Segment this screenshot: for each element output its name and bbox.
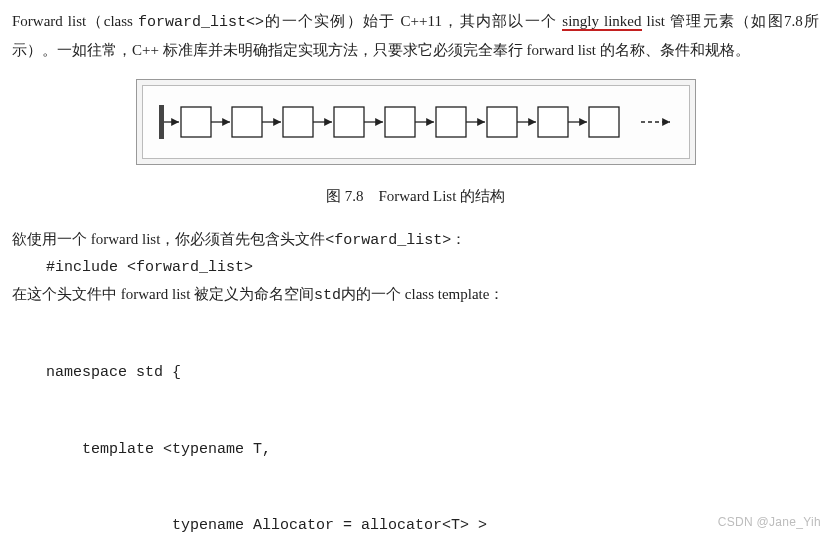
figure-caption: 图 7.8 Forward List 的结构 xyxy=(12,183,819,211)
text: Forward list（class xyxy=(12,13,138,29)
svg-rect-6 xyxy=(232,107,262,137)
paragraph-template: 在这个头文件中 forward list 被定义为命名空间std内的一个 cla… xyxy=(12,281,819,310)
inline-code: std xyxy=(314,287,341,304)
svg-rect-4 xyxy=(181,107,211,137)
paragraph-intro: Forward list（class forward_list<>的一个实例）始… xyxy=(12,8,819,65)
text: 欲使用一个 forward list，你必须首先包含头文件 xyxy=(12,231,325,247)
text: ： xyxy=(451,231,466,247)
code-namespace: namespace std { template <typename T, ty… xyxy=(12,309,819,539)
text: 的一个实例）始于 C++11，其内部以一个 xyxy=(264,13,562,29)
svg-rect-14 xyxy=(436,107,466,137)
text: 在这个头文件中 forward list 被定义为命名空间 xyxy=(12,286,314,302)
svg-rect-12 xyxy=(385,107,415,137)
code-line: namespace std { xyxy=(46,360,819,386)
svg-rect-16 xyxy=(487,107,517,137)
svg-rect-10 xyxy=(334,107,364,137)
inline-code: forward_list<> xyxy=(138,14,264,31)
svg-rect-18 xyxy=(538,107,568,137)
text: 内的一个 class template： xyxy=(341,286,504,302)
svg-rect-2 xyxy=(159,105,164,139)
svg-rect-20 xyxy=(589,107,619,137)
code-line: typename Allocator = allocator<T> > xyxy=(46,513,819,539)
code-line: template <typename T, xyxy=(46,437,819,463)
watermark: CSDN @Jane_Yih xyxy=(718,511,821,533)
code-include: #include <forward_list> xyxy=(12,255,819,281)
forward-list-diagram xyxy=(136,79,696,165)
linked-list-svg xyxy=(136,79,696,165)
paragraph-include: 欲使用一个 forward list，你必须首先包含头文件<forward_li… xyxy=(12,226,819,255)
emphasis-singly-linked: singly linked xyxy=(562,13,641,31)
inline-code: <forward_list> xyxy=(325,232,451,249)
svg-rect-8 xyxy=(283,107,313,137)
